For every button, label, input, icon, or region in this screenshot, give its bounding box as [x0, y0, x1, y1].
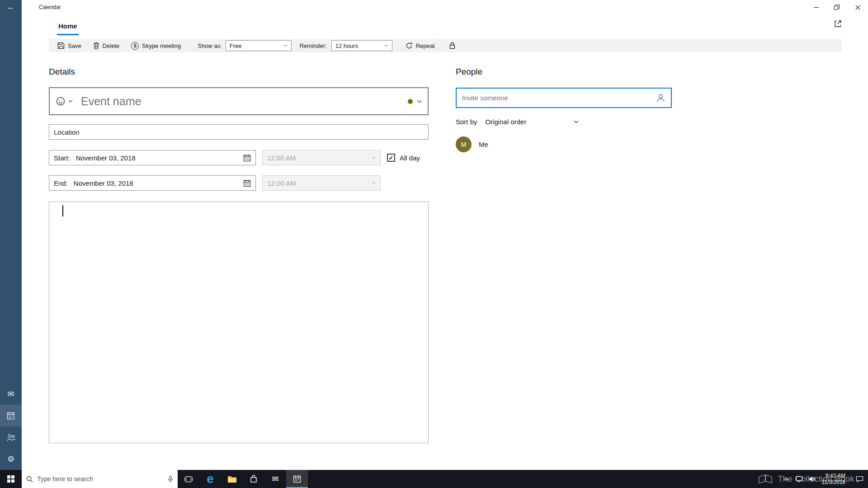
text-caret	[62, 205, 63, 216]
sort-order-dropdown[interactable]: Original order	[486, 118, 579, 126]
action-center-button[interactable]	[851, 470, 868, 488]
all-day-label: All day	[400, 154, 420, 162]
event-name-input[interactable]	[81, 95, 408, 108]
edge-icon: e	[207, 473, 214, 485]
chevron-down-icon	[283, 44, 288, 47]
open-in-new-window-button[interactable]	[834, 20, 842, 28]
sidebar-item-mail[interactable]: ✉	[0, 383, 22, 405]
content-area: Home Save	[22, 14, 868, 470]
save-button[interactable]: Save	[52, 39, 87, 52]
details-section: Details	[49, 52, 429, 443]
chevron-down-icon	[574, 120, 579, 123]
taskbar-clock[interactable]: 9:42 AM 11/3/2018	[818, 473, 851, 485]
smiley-icon	[56, 96, 66, 106]
toolbar: Save Delete S Skype meeting Show as: Fre…	[49, 39, 842, 52]
back-arrow-icon: ←	[7, 3, 15, 12]
window-title: Calendar	[39, 4, 61, 10]
sort-by-label: Sort by	[456, 118, 477, 126]
network-tray-button[interactable]	[793, 470, 806, 488]
edge-button[interactable]: e	[199, 470, 221, 488]
calendar-picker-icon	[243, 154, 251, 162]
end-time-dropdown: 12:00 AM	[262, 175, 381, 191]
start-date-picker[interactable]: Start: November 03, 2018	[49, 150, 256, 165]
all-day-checkbox[interactable]: ✓	[387, 154, 395, 162]
calendar-color-picker[interactable]	[408, 99, 422, 104]
repeat-icon	[406, 42, 413, 49]
chevron-down-icon	[384, 44, 388, 47]
gear-icon: ⚙	[7, 454, 14, 464]
details-heading: Details	[49, 67, 429, 77]
lock-icon	[449, 42, 455, 49]
mail-button[interactable]: ✉	[264, 470, 286, 488]
action-center-icon	[856, 476, 863, 483]
private-button[interactable]	[443, 39, 461, 52]
show-as-dropdown[interactable]: Free	[226, 40, 292, 51]
back-button[interactable]: ←	[0, 0, 22, 14]
skype-meeting-button[interactable]: S Skype meeting	[125, 39, 187, 52]
end-date-value: November 03, 2018	[74, 179, 133, 187]
clock-date: 11/3/2018	[822, 479, 846, 485]
start-date-value: November 03, 2018	[76, 154, 136, 162]
task-view-icon	[184, 476, 193, 483]
mail-icon: ✉	[272, 474, 278, 484]
start-time-dropdown: 12:00 AM	[262, 150, 381, 165]
app-nav-sidebar: ← ✉	[0, 0, 22, 470]
speaker-icon	[808, 476, 816, 482]
attendee-me[interactable]: M Me	[456, 136, 672, 152]
restore-button[interactable]	[826, 0, 847, 14]
volume-tray-button[interactable]	[806, 470, 818, 488]
attendee-avatar: M	[456, 136, 472, 152]
location-input[interactable]	[49, 124, 429, 140]
chevron-up-icon	[784, 478, 789, 481]
skype-icon: S	[131, 42, 139, 50]
task-view-button[interactable]	[178, 470, 199, 488]
tray-expand-button[interactable]	[780, 470, 793, 488]
taskbar: e ✉	[0, 470, 868, 488]
emoji-picker-button[interactable]	[56, 96, 73, 106]
event-description-input[interactable]	[49, 202, 429, 443]
people-heading: People	[456, 67, 672, 77]
windows-logo-icon	[7, 475, 14, 483]
book-icon	[758, 473, 773, 485]
trash-icon	[93, 42, 99, 49]
chevron-down-icon	[372, 182, 376, 184]
sidebar-item-people[interactable]	[0, 427, 22, 448]
sidebar-item-settings[interactable]: ⚙	[0, 448, 22, 470]
file-explorer-button[interactable]	[221, 470, 243, 488]
start-row: Start: November 03, 2018 12:00 AM	[49, 150, 429, 165]
store-button[interactable]	[243, 470, 264, 488]
open-in-new-window-icon	[834, 20, 842, 28]
calendar-icon	[293, 475, 301, 483]
event-color-dot	[408, 99, 413, 104]
attendee-name: Me	[479, 141, 488, 148]
microphone-icon[interactable]	[168, 475, 173, 483]
system-tray: 9:42 AM 11/3/2018	[780, 470, 868, 488]
minimize-button[interactable]	[806, 0, 826, 14]
people-section: People Sort by Original order	[456, 52, 672, 443]
sidebar-item-calendar[interactable]	[0, 405, 22, 427]
calendar-picker-icon	[243, 179, 251, 187]
delete-button[interactable]: Delete	[87, 39, 126, 52]
close-button[interactable]	[847, 0, 868, 14]
save-icon	[57, 42, 65, 49]
tab-home[interactable]: Home	[57, 22, 79, 35]
person-icon	[656, 93, 665, 103]
reminder-label: Reminder:	[300, 42, 327, 49]
invite-box	[456, 88, 672, 108]
tab-row: Home	[22, 14, 868, 35]
search-icon	[26, 476, 33, 483]
repeat-button[interactable]: Repeat	[400, 39, 441, 52]
reminder-dropdown[interactable]: 12 hours	[331, 40, 392, 51]
invite-input[interactable]	[462, 94, 656, 102]
chevron-down-icon	[372, 156, 376, 159]
all-day-group: ✓ All day	[387, 154, 420, 162]
search-input[interactable]	[37, 475, 164, 483]
start-button[interactable]	[0, 470, 22, 488]
folder-icon	[227, 475, 237, 483]
clock-time: 9:42 AM	[826, 473, 845, 479]
taskbar-search[interactable]	[22, 470, 178, 488]
check-icon: ✓	[389, 155, 394, 161]
end-date-picker[interactable]: End: November 03, 2018	[49, 175, 256, 191]
store-bag-icon	[249, 474, 258, 483]
calendar-app-button[interactable]	[286, 470, 308, 488]
